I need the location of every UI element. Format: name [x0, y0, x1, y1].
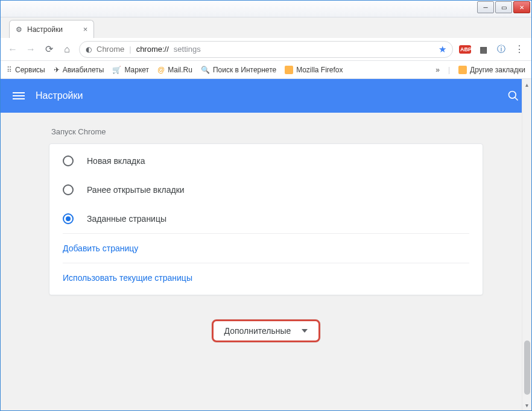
radio-icon [63, 184, 74, 195]
scrollbar-thumb[interactable] [524, 340, 530, 395]
url-path: settings [174, 45, 201, 54]
folder-icon [458, 66, 467, 74]
advanced-label: Дополнительные [224, 326, 291, 336]
bookmarks-overflow-icon[interactable]: » [435, 66, 440, 74]
extension-icon[interactable]: ⓘ [495, 44, 507, 55]
scroll-down-icon[interactable]: ▾ [524, 402, 530, 408]
bookmark-item[interactable]: 🛒Маркет [112, 66, 149, 74]
page-title: Настройки [36, 90, 83, 101]
chevron-down-icon [302, 329, 308, 333]
tab-close-icon[interactable]: × [83, 25, 88, 34]
bookmark-item[interactable]: ⠿Сервисы [7, 66, 45, 74]
reload-icon[interactable]: ⟳ [43, 43, 55, 55]
bookmark-star-icon[interactable]: ★ [439, 44, 446, 55]
browser-toolbar: ← → ⟳ ⌂ ◐ Chrome | chrome://settings ★ A… [1, 38, 531, 61]
svg-line-1 [515, 98, 518, 101]
startup-card: Новая вкладка Ранее открытые вкладки Зад… [49, 143, 483, 295]
plane-icon: ✈ [54, 66, 60, 74]
back-icon[interactable]: ← [7, 44, 19, 55]
url-scheme-label: Chrome [97, 45, 124, 54]
address-bar[interactable]: ◐ Chrome | chrome://settings ★ [79, 41, 453, 58]
tab-title: Настройки [27, 25, 63, 34]
menu-icon[interactable]: ⋮ [513, 43, 525, 55]
radio-icon [63, 155, 74, 166]
bookmarks-bar: ⠿Сервисы ✈Авиабилеты 🛒Маркет @Mail.Ru 🔍П… [1, 61, 531, 79]
browser-tab-settings[interactable]: ⚙ Настройки × [9, 20, 94, 38]
bookmark-item[interactable]: 🔍Поиск в Интернете [201, 66, 276, 74]
apps-icon: ⠿ [7, 66, 12, 74]
window-titlebar: ─ ▭ ✕ [1, 1, 531, 17]
adblock-extension-icon[interactable]: ABP [459, 45, 471, 54]
advanced-section: Дополнительные [212, 319, 321, 342]
option-label: Новая вкладка [87, 156, 145, 166]
search-icon[interactable] [507, 90, 519, 102]
add-page-link[interactable]: Добавить страницу [49, 234, 483, 263]
scrollbar[interactable]: ▴ ▾ [522, 79, 531, 410]
settings-page: Запуск Chrome Новая вкладка Ранее открыт… [1, 113, 531, 366]
advanced-toggle-button[interactable]: Дополнительные [212, 319, 321, 342]
bookmark-item[interactable]: @Mail.Ru [157, 66, 192, 74]
option-label: Заданные страницы [87, 214, 166, 224]
radio-option-new-tab[interactable]: Новая вкладка [49, 146, 483, 175]
cart-icon: 🛒 [112, 66, 121, 74]
page-content: Настройки Запуск Chrome Новая вкладка Ра… [1, 79, 531, 410]
section-label: Запуск Chrome [49, 127, 483, 136]
link-label: Добавить страницу [63, 243, 138, 253]
window-minimize-button[interactable]: ─ [477, 1, 494, 13]
url-host: chrome:// [136, 45, 169, 54]
svg-point-0 [509, 92, 516, 99]
site-info-icon: ◐ [86, 45, 92, 54]
gear-icon: ⚙ [16, 25, 22, 34]
option-label: Ранее открытые вкладки [87, 185, 185, 195]
bookmark-item[interactable]: ✈Авиабилеты [54, 66, 104, 74]
window-maximize-button[interactable]: ▭ [495, 1, 512, 13]
home-icon[interactable]: ⌂ [61, 44, 73, 55]
forward-icon[interactable]: → [25, 44, 37, 55]
radio-icon [63, 213, 74, 224]
mail-icon: @ [157, 66, 165, 74]
search-icon: 🔍 [201, 66, 210, 74]
app-window: ─ ▭ ✕ ⚙ Настройки × ← → ⟳ ⌂ ◐ Chrome | c… [0, 0, 532, 411]
use-current-pages-link[interactable]: Использовать текущие страницы [49, 263, 483, 292]
radio-option-specific-pages[interactable]: Заданные страницы [49, 204, 483, 233]
bookmark-item[interactable]: Mozilla Firefox [285, 66, 343, 74]
radio-option-continue[interactable]: Ранее открытые вкладки [49, 175, 483, 204]
other-bookmarks[interactable]: Другие закладки [458, 66, 525, 74]
extension-icon[interactable]: ▦ [477, 45, 489, 54]
settings-header: Настройки [1, 79, 531, 113]
tab-strip: ⚙ Настройки × [1, 17, 531, 38]
scroll-up-icon[interactable]: ▴ [524, 81, 530, 87]
hamburger-menu-icon[interactable] [13, 90, 25, 101]
folder-icon [285, 66, 293, 74]
link-label: Использовать текущие страницы [63, 273, 192, 283]
window-close-button[interactable]: ✕ [513, 1, 530, 13]
